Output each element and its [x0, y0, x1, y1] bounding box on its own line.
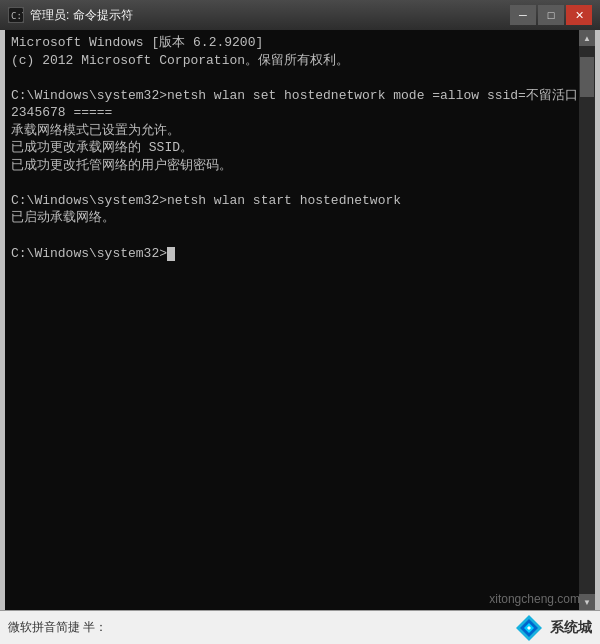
close-button[interactable]: ✕ — [566, 5, 592, 25]
cmd-line-4: C:\Windows\system32>netsh wlan set hoste… — [11, 87, 573, 105]
cmd-content[interactable]: Microsoft Windows [版本 6.2.9200] (c) 2012… — [5, 30, 579, 610]
scrollbar: ▲ ▼ — [579, 30, 595, 610]
watermark: xitongcheng.com — [489, 592, 580, 606]
status-bar: 微软拼音简捷 半： 系统城 — [0, 610, 600, 644]
title-bar: C:\ 管理员: 命令提示符 ─ □ ✕ — [0, 0, 600, 30]
cmd-icon: C:\ — [8, 7, 24, 23]
cmd-window: Microsoft Windows [版本 6.2.9200] (c) 2012… — [5, 30, 595, 610]
cmd-line-3 — [11, 69, 573, 87]
cmd-line-9 — [11, 174, 573, 192]
window-title: 管理员: 命令提示符 — [30, 7, 133, 24]
brand-logo-icon — [514, 613, 544, 643]
scrollbar-thumb[interactable] — [580, 57, 594, 97]
cmd-line-2: (c) 2012 Microsoft Corporation。保留所有权利。 — [11, 52, 573, 70]
cmd-line-7: 已成功更改承载网络的 SSID。 — [11, 139, 573, 157]
cmd-line-6: 承载网络模式已设置为允许。 — [11, 122, 573, 140]
cmd-prompt: C:\Windows\system32> — [11, 246, 167, 261]
cursor — [167, 247, 175, 261]
svg-text:C:\: C:\ — [11, 11, 23, 21]
scroll-down-button[interactable]: ▼ — [579, 594, 595, 610]
ime-status: 微软拼音简捷 半： — [8, 619, 107, 636]
title-bar-buttons: ─ □ ✕ — [510, 5, 592, 25]
title-bar-left: C:\ 管理员: 命令提示符 — [8, 7, 133, 24]
scrollbar-track[interactable] — [579, 46, 595, 594]
cmd-line-11: 已启动承载网络。 — [11, 209, 573, 227]
cmd-line-1: Microsoft Windows [版本 6.2.9200] — [11, 34, 573, 52]
minimize-button[interactable]: ─ — [510, 5, 536, 25]
maximize-button[interactable]: □ — [538, 5, 564, 25]
brand-area: 系统城 — [514, 613, 592, 643]
cmd-line-10: C:\Windows\system32>netsh wlan start hos… — [11, 192, 573, 210]
cmd-line-5: 2345678 ===== — [11, 104, 573, 122]
cmd-line-12 — [11, 227, 573, 245]
window-wrapper: C:\ 管理员: 命令提示符 ─ □ ✕ Microsoft Windows [… — [0, 0, 600, 644]
cmd-line-13: C:\Windows\system32> — [11, 245, 573, 263]
cmd-line-8: 已成功更改托管网络的用户密钥密码。 — [11, 157, 573, 175]
brand-text: 系统城 — [550, 619, 592, 637]
scroll-up-button[interactable]: ▲ — [579, 30, 595, 46]
